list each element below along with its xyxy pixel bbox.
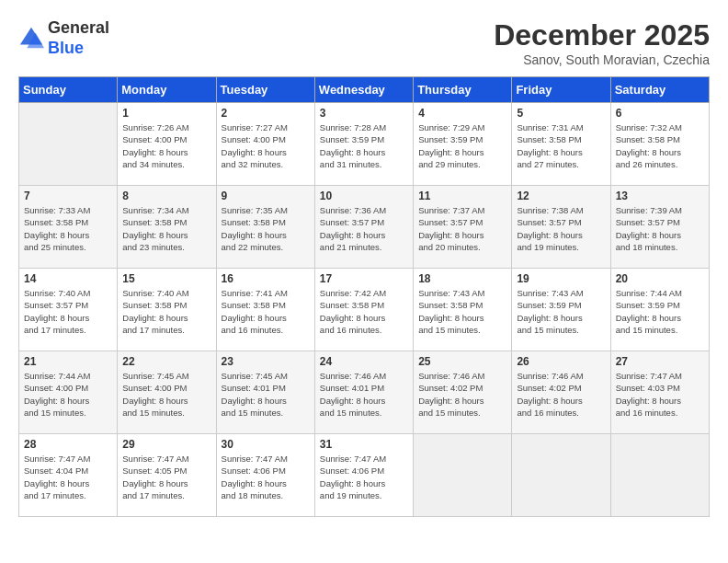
day-cell: 16Sunrise: 7:41 AM Sunset: 3:58 PM Dayli…	[216, 269, 314, 351]
day-number: 12	[517, 190, 605, 202]
day-cell: 22Sunrise: 7:45 AM Sunset: 4:00 PM Dayli…	[118, 351, 216, 434]
day-cell: 8Sunrise: 7:34 AM Sunset: 3:58 PM Daylig…	[118, 186, 216, 269]
day-number: 13	[616, 190, 704, 202]
day-number: 23	[222, 355, 310, 368]
day-cell: 15Sunrise: 7:40 AM Sunset: 3:58 PM Dayli…	[118, 269, 216, 351]
day-cell: 26Sunrise: 7:46 AM Sunset: 4:02 PM Dayli…	[512, 351, 610, 434]
day-cell: 3Sunrise: 7:28 AM Sunset: 3:59 PM Daylig…	[314, 103, 413, 186]
day-info: Sunrise: 7:47 AM Sunset: 4:05 PM Dayligh…	[122, 453, 210, 501]
day-info: Sunrise: 7:28 AM Sunset: 3:59 PM Dayligh…	[320, 121, 408, 170]
page-header: General Blue December 2025 Sanov, South …	[18, 18, 710, 67]
day-info: Sunrise: 7:40 AM Sunset: 3:57 PM Dayligh…	[24, 287, 112, 336]
day-info: Sunrise: 7:47 AM Sunset: 4:06 PM Dayligh…	[222, 453, 310, 501]
header-cell-monday: Monday	[118, 77, 216, 103]
day-cell: 20Sunrise: 7:44 AM Sunset: 3:59 PM Dayli…	[610, 269, 709, 351]
day-info: Sunrise: 7:32 AM Sunset: 3:58 PM Dayligh…	[616, 121, 704, 170]
day-cell: 9Sunrise: 7:35 AM Sunset: 3:58 PM Daylig…	[216, 186, 314, 269]
day-number: 18	[418, 272, 506, 285]
logo-icon	[18, 26, 44, 52]
day-info: Sunrise: 7:40 AM Sunset: 3:58 PM Dayligh…	[122, 287, 210, 336]
day-cell: 10Sunrise: 7:36 AM Sunset: 3:57 PM Dayli…	[314, 186, 413, 269]
day-info: Sunrise: 7:38 AM Sunset: 3:57 PM Dayligh…	[517, 204, 605, 253]
day-number: 20	[616, 272, 704, 285]
day-cell: 27Sunrise: 7:47 AM Sunset: 4:03 PM Dayli…	[610, 351, 709, 434]
day-cell: 13Sunrise: 7:39 AM Sunset: 3:57 PM Dayli…	[610, 186, 709, 269]
day-info: Sunrise: 7:47 AM Sunset: 4:06 PM Dayligh…	[320, 453, 408, 501]
day-info: Sunrise: 7:39 AM Sunset: 3:57 PM Dayligh…	[616, 204, 704, 253]
day-info: Sunrise: 7:33 AM Sunset: 3:58 PM Dayligh…	[24, 204, 112, 253]
day-cell: 18Sunrise: 7:43 AM Sunset: 3:58 PM Dayli…	[414, 269, 512, 351]
day-number: 2	[222, 107, 310, 120]
day-number: 9	[222, 190, 310, 202]
day-info: Sunrise: 7:43 AM Sunset: 3:58 PM Dayligh…	[418, 287, 506, 336]
day-number: 30	[222, 438, 310, 451]
day-number: 19	[517, 272, 605, 285]
day-number: 27	[616, 355, 704, 368]
day-number: 10	[320, 190, 408, 202]
header-cell-friday: Friday	[512, 77, 610, 103]
day-number: 6	[616, 107, 704, 120]
day-info: Sunrise: 7:47 AM Sunset: 4:04 PM Dayligh…	[24, 453, 112, 501]
day-info: Sunrise: 7:45 AM Sunset: 4:01 PM Dayligh…	[222, 370, 310, 419]
day-number: 11	[418, 190, 506, 202]
calendar-title: December 2025	[494, 18, 710, 52]
day-number: 24	[320, 355, 408, 368]
day-info: Sunrise: 7:42 AM Sunset: 3:58 PM Dayligh…	[320, 287, 408, 336]
day-cell	[610, 434, 709, 517]
day-cell	[19, 103, 118, 186]
logo: General Blue	[18, 18, 109, 58]
day-cell: 17Sunrise: 7:42 AM Sunset: 3:58 PM Dayli…	[314, 269, 413, 351]
day-number: 22	[122, 355, 210, 368]
week-row-1: 1Sunrise: 7:26 AM Sunset: 4:00 PM Daylig…	[19, 103, 710, 186]
day-info: Sunrise: 7:36 AM Sunset: 3:57 PM Dayligh…	[320, 204, 408, 253]
day-cell: 28Sunrise: 7:47 AM Sunset: 4:04 PM Dayli…	[19, 434, 118, 517]
day-info: Sunrise: 7:31 AM Sunset: 3:58 PM Dayligh…	[517, 121, 605, 170]
day-cell: 31Sunrise: 7:47 AM Sunset: 4:06 PM Dayli…	[314, 434, 413, 517]
day-cell: 4Sunrise: 7:29 AM Sunset: 3:59 PM Daylig…	[414, 103, 512, 186]
day-cell	[512, 434, 610, 517]
day-cell: 12Sunrise: 7:38 AM Sunset: 3:57 PM Dayli…	[512, 186, 610, 269]
day-number: 29	[122, 438, 210, 451]
day-cell: 19Sunrise: 7:43 AM Sunset: 3:59 PM Dayli…	[512, 269, 610, 351]
day-info: Sunrise: 7:44 AM Sunset: 3:59 PM Dayligh…	[616, 287, 704, 336]
day-number: 26	[517, 355, 605, 368]
day-cell: 5Sunrise: 7:31 AM Sunset: 3:58 PM Daylig…	[512, 103, 610, 186]
day-info: Sunrise: 7:29 AM Sunset: 3:59 PM Dayligh…	[418, 121, 506, 170]
day-cell: 21Sunrise: 7:44 AM Sunset: 4:00 PM Dayli…	[19, 351, 118, 434]
day-number: 25	[418, 355, 506, 368]
day-cell: 23Sunrise: 7:45 AM Sunset: 4:01 PM Dayli…	[216, 351, 314, 434]
day-number: 21	[24, 355, 112, 368]
day-number: 15	[122, 272, 210, 285]
day-cell: 2Sunrise: 7:27 AM Sunset: 4:00 PM Daylig…	[216, 103, 314, 186]
calendar-subtitle: Sanov, South Moravian, Czechia	[494, 52, 710, 67]
week-row-4: 21Sunrise: 7:44 AM Sunset: 4:00 PM Dayli…	[19, 351, 710, 434]
day-number: 16	[222, 272, 310, 285]
day-info: Sunrise: 7:44 AM Sunset: 4:00 PM Dayligh…	[24, 370, 112, 419]
week-row-2: 7Sunrise: 7:33 AM Sunset: 3:58 PM Daylig…	[19, 186, 710, 269]
header-cell-sunday: Sunday	[19, 77, 118, 103]
day-cell	[414, 434, 512, 517]
day-cell: 6Sunrise: 7:32 AM Sunset: 3:58 PM Daylig…	[610, 103, 709, 186]
day-info: Sunrise: 7:41 AM Sunset: 3:58 PM Dayligh…	[222, 287, 310, 336]
day-info: Sunrise: 7:46 AM Sunset: 4:01 PM Dayligh…	[320, 370, 408, 419]
day-cell: 14Sunrise: 7:40 AM Sunset: 3:57 PM Dayli…	[19, 269, 118, 351]
day-cell: 25Sunrise: 7:46 AM Sunset: 4:02 PM Dayli…	[414, 351, 512, 434]
day-cell: 29Sunrise: 7:47 AM Sunset: 4:05 PM Dayli…	[118, 434, 216, 517]
day-number: 17	[320, 272, 408, 285]
header-cell-wednesday: Wednesday	[314, 77, 413, 103]
day-cell: 11Sunrise: 7:37 AM Sunset: 3:57 PM Dayli…	[414, 186, 512, 269]
header-cell-thursday: Thursday	[414, 77, 512, 103]
day-cell: 24Sunrise: 7:46 AM Sunset: 4:01 PM Dayli…	[314, 351, 413, 434]
day-info: Sunrise: 7:47 AM Sunset: 4:03 PM Dayligh…	[616, 370, 704, 419]
day-info: Sunrise: 7:35 AM Sunset: 3:58 PM Dayligh…	[222, 204, 310, 253]
day-info: Sunrise: 7:34 AM Sunset: 3:58 PM Dayligh…	[122, 204, 210, 253]
day-number: 31	[320, 438, 408, 451]
day-number: 1	[122, 107, 210, 120]
day-info: Sunrise: 7:46 AM Sunset: 4:02 PM Dayligh…	[418, 370, 506, 419]
header-cell-saturday: Saturday	[610, 77, 709, 103]
header-cell-tuesday: Tuesday	[216, 77, 314, 103]
day-number: 3	[320, 107, 408, 120]
day-info: Sunrise: 7:27 AM Sunset: 4:00 PM Dayligh…	[222, 121, 310, 170]
day-number: 5	[517, 107, 605, 120]
day-number: 28	[24, 438, 112, 451]
